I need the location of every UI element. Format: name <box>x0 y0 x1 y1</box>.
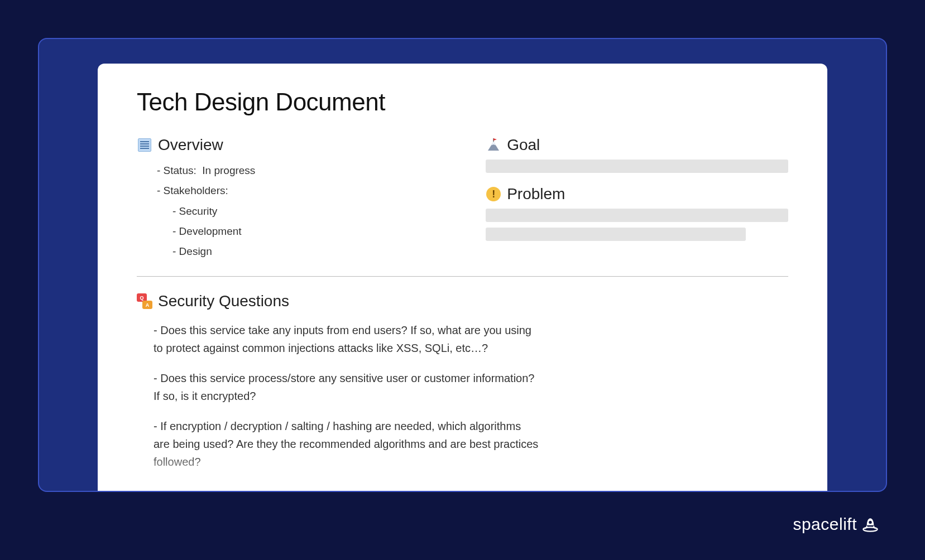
stakeholder-item: - Development <box>172 223 430 240</box>
overview-fields: - Status: In progress - Stakeholders: - … <box>137 162 430 260</box>
slide-frame: Tech Design Document Overview - Status: … <box>38 38 887 492</box>
security-questions-header: Q A Security Questions <box>137 292 788 310</box>
goal-title: Goal <box>507 136 540 154</box>
goal-problem-column: Goal ! Problem <box>486 136 788 263</box>
rocket-icon <box>860 514 880 534</box>
stakeholders-list: - Security - Development - Design <box>157 202 430 261</box>
svg-point-4 <box>863 527 877 531</box>
section-divider <box>137 276 788 277</box>
question-item: - If encryption / decryption / salting /… <box>154 417 539 471</box>
status-label: - Status: <box>157 165 196 176</box>
security-questions-section: Q A Security Questions - Does this servi… <box>137 292 788 471</box>
overview-title: Overview <box>158 136 223 154</box>
goal-placeholder <box>486 160 788 173</box>
document-icon <box>137 137 152 153</box>
warning-icon: ! <box>486 186 501 202</box>
brand-logo: spacelift <box>793 514 880 534</box>
brand-name: spacelift <box>793 515 857 534</box>
question-list: - Does this service take any inputs from… <box>137 321 539 471</box>
status-value: In progress <box>202 165 255 176</box>
problem-block: ! Problem <box>486 185 788 241</box>
overview-column: Overview - Status: In progress - Stakeho… <box>137 136 430 263</box>
stakeholders-label: - Stakeholders: <box>157 182 430 200</box>
status-row: - Status: In progress <box>157 162 430 180</box>
question-item: - Does this service take any inputs from… <box>154 321 539 357</box>
security-questions-title: Security Questions <box>158 292 289 310</box>
svg-point-5 <box>869 521 871 524</box>
document-card: Tech Design Document Overview - Status: … <box>98 64 827 491</box>
qa-icon: Q A <box>137 293 152 309</box>
goal-block: Goal <box>486 136 788 173</box>
goal-header: Goal <box>486 136 788 154</box>
question-item: - Does this service process/store any se… <box>154 369 539 405</box>
problem-placeholder-2 <box>486 228 746 241</box>
mountain-flag-icon <box>486 137 501 153</box>
overview-header: Overview <box>137 136 430 154</box>
two-column-layout: Overview - Status: In progress - Stakeho… <box>137 136 788 263</box>
svg-marker-3 <box>493 138 497 141</box>
stakeholder-item: - Security <box>172 202 430 220</box>
problem-title: Problem <box>507 185 565 203</box>
problem-header: ! Problem <box>486 185 788 203</box>
document-title: Tech Design Document <box>137 88 788 116</box>
problem-placeholder-1 <box>486 209 788 222</box>
stakeholder-item: - Design <box>172 243 430 260</box>
